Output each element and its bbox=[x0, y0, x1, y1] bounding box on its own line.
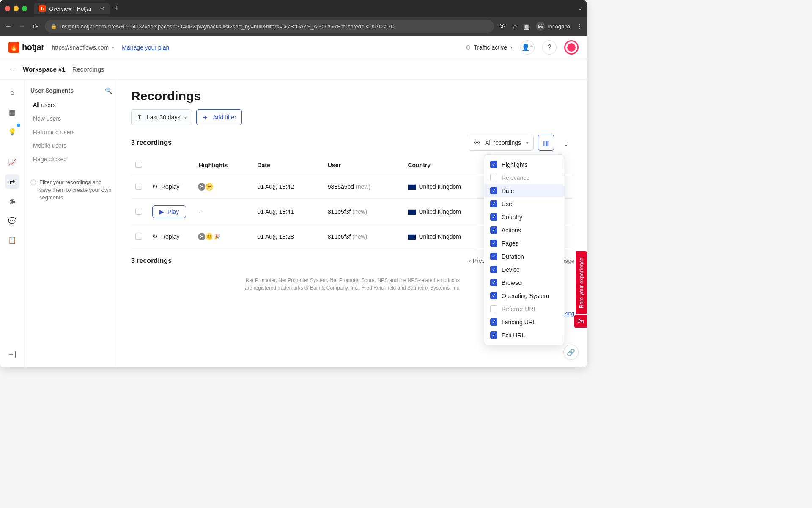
cell-country: United Kingdom bbox=[419, 233, 461, 240]
segment-rage-clicked[interactable]: Rage clicked bbox=[30, 152, 112, 166]
tabs-menu-icon[interactable]: ⌄ bbox=[578, 6, 582, 11]
columns-button[interactable]: ▥ bbox=[538, 135, 554, 151]
checkbox-icon: ✓ bbox=[490, 213, 497, 221]
manage-plan-link[interactable]: Manage your plan bbox=[122, 44, 169, 51]
row-checkbox[interactable] bbox=[135, 208, 142, 215]
grid-icon[interactable]: ▦ bbox=[5, 105, 19, 119]
add-filter-button[interactable]: ＋ Add filter bbox=[196, 109, 241, 125]
play-button[interactable]: ▶Play bbox=[152, 205, 186, 218]
trends-icon[interactable]: 📈 bbox=[5, 155, 19, 169]
column-option-date[interactable]: ✓Date bbox=[484, 184, 564, 197]
invite-user-button[interactable]: 👤⁺ bbox=[520, 40, 535, 55]
column-option-browser[interactable]: ✓Browser bbox=[484, 276, 564, 289]
row-checkbox[interactable] bbox=[135, 183, 142, 190]
hotjar-logo[interactable]: 🔥 hotjar bbox=[8, 42, 44, 53]
site-selector[interactable]: https://snapflows.com ▾ bbox=[52, 44, 115, 51]
filter-recordings-link[interactable]: Filter your recordings bbox=[39, 179, 91, 185]
column-option-highlights[interactable]: ✓Highlights bbox=[484, 158, 564, 171]
close-window-button[interactable] bbox=[5, 6, 10, 11]
cell-user-id[interactable]: 811e5f3f bbox=[328, 208, 351, 215]
browser-tab[interactable]: h Overview - Hotjar ✕ bbox=[34, 3, 110, 14]
prev-page-button[interactable]: ‹ Prev bbox=[469, 257, 485, 264]
column-option-landing-url[interactable]: ✓Landing URL bbox=[484, 315, 564, 329]
surveys-icon[interactable]: 📋 bbox=[5, 233, 19, 247]
visibility-filter[interactable]: 👁 All recordings ▾ bbox=[469, 135, 534, 151]
tab-close-icon[interactable]: ✕ bbox=[100, 6, 104, 12]
back-button[interactable]: ← bbox=[4, 22, 13, 30]
recordings-count: 3 recordings bbox=[131, 139, 172, 146]
column-option-device[interactable]: ✓Device bbox=[484, 263, 564, 276]
cell-user-id[interactable]: 811e5f3f bbox=[328, 233, 351, 240]
checkbox-icon: ✓ bbox=[490, 187, 497, 194]
forward-button[interactable]: → bbox=[18, 22, 26, 30]
search-icon[interactable]: 🔍 bbox=[105, 87, 112, 94]
insights-icon[interactable]: 💡 bbox=[5, 124, 19, 139]
col-date[interactable]: Date bbox=[253, 155, 323, 175]
cell-user-tag: (new) bbox=[352, 208, 367, 215]
traffic-status[interactable]: Traffic active ▾ bbox=[466, 44, 513, 51]
select-all-checkbox[interactable] bbox=[135, 161, 142, 168]
row-checkbox[interactable] bbox=[135, 233, 142, 240]
cell-date: 01 Aug, 18:28 bbox=[253, 225, 323, 248]
column-option-duration[interactable]: ✓Duration bbox=[484, 250, 564, 263]
column-option-exit-url[interactable]: ✓Exit URL bbox=[484, 329, 564, 342]
col-user[interactable]: User bbox=[324, 155, 404, 175]
checkbox-icon: ✓ bbox=[490, 266, 497, 273]
extensions-icon[interactable]: ▣ bbox=[524, 22, 530, 30]
replay-button[interactable]: ↻Replay bbox=[152, 233, 180, 240]
eye-off-icon[interactable]: 👁 bbox=[499, 22, 506, 30]
home-icon[interactable]: ⌂ bbox=[5, 86, 19, 100]
cell-user-id[interactable]: 9885a5bd bbox=[328, 183, 354, 190]
kebab-menu-icon[interactable]: ⋮ bbox=[576, 22, 583, 30]
address-bar[interactable]: 🔒 insights.hotjar.com/sites/3090413/work… bbox=[45, 20, 494, 33]
feedback-widget-icon[interactable]: 🛍 bbox=[574, 315, 587, 328]
bookmark-star-icon[interactable]: ☆ bbox=[512, 22, 518, 30]
recordings-count-bottom: 3 recordings bbox=[131, 257, 172, 265]
app-header: 🔥 hotjar https://snapflows.com ▾ Manage … bbox=[0, 36, 587, 59]
profile-incognito[interactable]: 🕶 Incognito bbox=[536, 22, 570, 31]
segment-all-users[interactable]: All users bbox=[30, 98, 112, 112]
replay-button[interactable]: ↻Replay bbox=[152, 183, 180, 190]
workspace-name[interactable]: Workspace #1 bbox=[23, 66, 66, 73]
column-option-referrer-url[interactable]: Referrer URL bbox=[484, 302, 564, 315]
maximize-window-button[interactable] bbox=[22, 6, 27, 11]
visibility-label: All recordings bbox=[485, 139, 521, 146]
column-option-label: Duration bbox=[502, 253, 524, 260]
segment-mobile-users[interactable]: Mobile users bbox=[30, 139, 112, 152]
column-option-user[interactable]: ✓User bbox=[484, 197, 564, 210]
pulse-icon bbox=[466, 45, 470, 50]
back-arrow-icon[interactable]: ← bbox=[8, 65, 16, 74]
col-highlights[interactable]: Highlights bbox=[195, 155, 253, 175]
breadcrumb-page: Recordings bbox=[72, 66, 104, 73]
party-icon: 🎉 bbox=[212, 232, 222, 241]
feedback-tab[interactable]: Rate your experience bbox=[576, 251, 587, 314]
recordings-icon[interactable]: ⇄ bbox=[5, 174, 19, 189]
column-option-actions[interactable]: ✓Actions bbox=[484, 224, 564, 237]
minimize-window-button[interactable] bbox=[14, 6, 19, 11]
help-button[interactable]: ? bbox=[542, 40, 557, 55]
replay-icon: ↻ bbox=[152, 233, 158, 240]
column-option-pages[interactable]: ✓Pages bbox=[484, 237, 564, 250]
highlight-badges: S⚠ bbox=[199, 182, 249, 191]
heatmaps-icon[interactable]: ◉ bbox=[5, 194, 19, 208]
chevron-down-icon: ▾ bbox=[112, 45, 114, 50]
download-button[interactable]: ⭳ bbox=[558, 135, 574, 151]
column-option-operating-system[interactable]: ✓Operating System bbox=[484, 289, 564, 302]
segment-returning-users[interactable]: Returning users bbox=[30, 125, 112, 139]
plus-icon: ＋ bbox=[202, 113, 208, 122]
reload-button[interactable]: ⟳ bbox=[31, 22, 40, 30]
segment-new-users[interactable]: New users bbox=[30, 112, 112, 125]
checkbox-icon: ✓ bbox=[490, 318, 497, 326]
chevron-down-icon: ▾ bbox=[510, 45, 513, 50]
new-tab-button[interactable]: + bbox=[114, 4, 118, 13]
user-avatar[interactable] bbox=[564, 40, 579, 55]
date-range-filter[interactable]: 🗓 Last 30 days ▾ bbox=[131, 109, 192, 125]
add-filter-label: Add filter bbox=[213, 114, 236, 121]
share-link-button[interactable]: 🔗 bbox=[563, 345, 579, 360]
feedback-icon[interactable]: 💬 bbox=[5, 213, 19, 228]
column-option-label: Operating System bbox=[502, 293, 549, 299]
incognito-icon: 🕶 bbox=[536, 22, 545, 31]
column-option-relevance[interactable]: Relevance bbox=[484, 171, 564, 184]
column-option-country[interactable]: ✓Country bbox=[484, 210, 564, 224]
collapse-rail-icon[interactable]: →| bbox=[5, 347, 19, 362]
